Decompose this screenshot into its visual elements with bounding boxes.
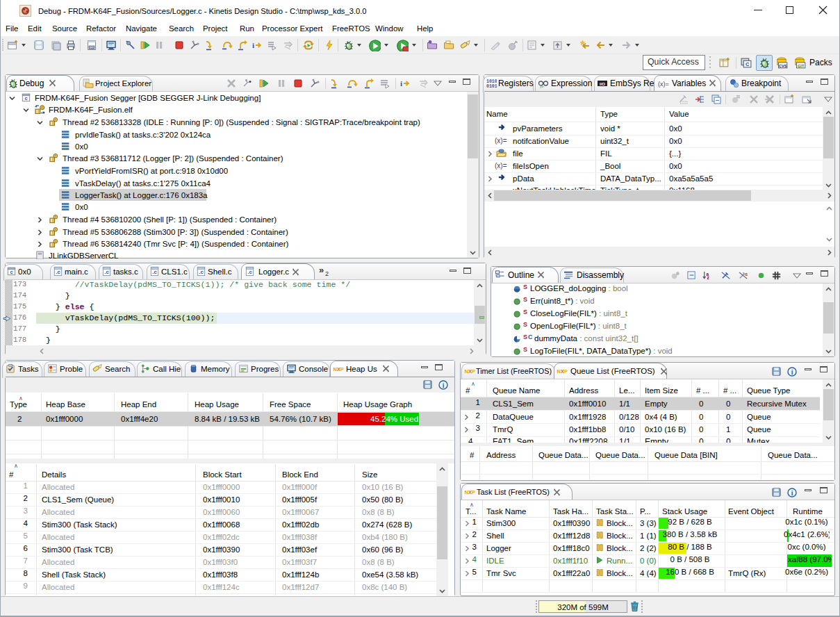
svg-text:c: c	[10, 269, 13, 275]
svg-text:i: i	[443, 382, 445, 389]
svg-text:NXP: NXP	[465, 368, 475, 375]
svg-text:.c: .c	[104, 269, 109, 275]
svg-text:1010: 1010	[486, 79, 497, 84]
svg-text:.c: .c	[152, 269, 157, 275]
svg-text:s: s	[745, 272, 748, 277]
svg-text:NXP: NXP	[465, 489, 475, 495]
svg-text:(x)=: (x)=	[658, 81, 669, 88]
svg-text:NXP: NXP	[333, 366, 344, 372]
svg-text:i: i	[400, 79, 402, 88]
svg-text:.c: .c	[56, 269, 60, 275]
svg-text:i: i	[791, 369, 793, 376]
svg-text:NXP: NXP	[557, 368, 568, 375]
svg-text:.c: .c	[247, 269, 252, 275]
svg-text:i: i	[252, 41, 254, 49]
svg-text:c: c	[24, 95, 27, 101]
svg-text:0101: 0101	[486, 84, 497, 89]
svg-text:.c: .c	[199, 269, 204, 275]
svg-text:i: i	[791, 490, 793, 497]
svg-text:z: z	[707, 275, 710, 280]
svg-text:I/O: I/O	[600, 82, 605, 86]
svg-text:x=: x=	[540, 85, 544, 89]
svg-text:C: C	[746, 61, 750, 67]
svg-text:010: 010	[89, 46, 94, 49]
svg-text:GIT: GIT	[798, 64, 805, 68]
svg-text:CVS: CVS	[779, 64, 787, 68]
